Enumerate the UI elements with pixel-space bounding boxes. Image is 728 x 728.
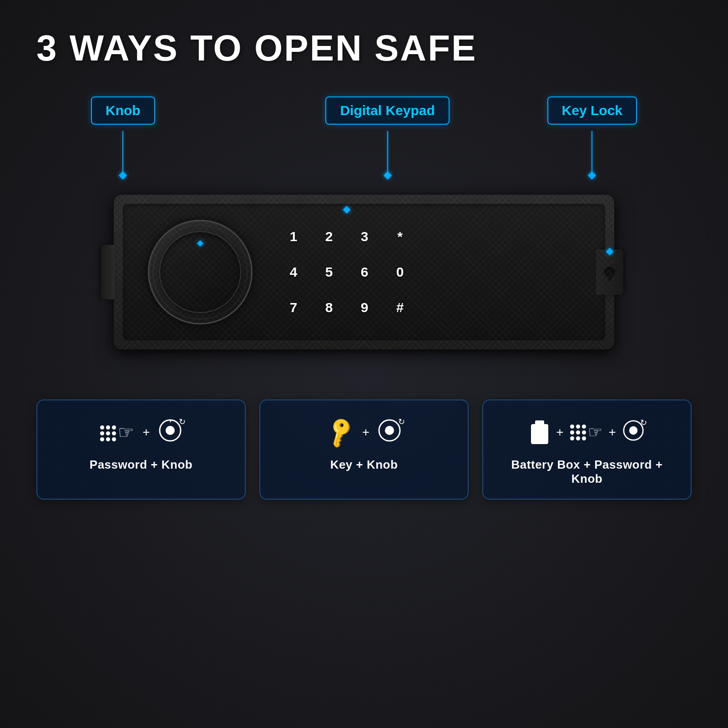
key-icon: 🔑 xyxy=(322,415,359,450)
method-icons-password-knob: ☞ + ↻ xyxy=(100,414,182,450)
knob-icon-1: ↻ xyxy=(158,419,182,446)
plus-2: + xyxy=(362,425,369,440)
svg-point-1 xyxy=(166,426,175,435)
method-card-key-knob: 🔑 + ↻ Key + Knob xyxy=(259,399,469,500)
knob-area xyxy=(146,217,255,327)
keyhole xyxy=(605,267,615,277)
bottom-section: ☞ + ↻ Password + Knob xyxy=(36,399,692,500)
dots-grid-icon xyxy=(100,425,116,441)
keypad-diamond xyxy=(343,206,351,214)
keypad-area: 1 2 3 * 4 5 6 0 7 8 9 # xyxy=(278,221,416,324)
method-icons-battery: + xyxy=(530,414,644,450)
safe-body: 1 2 3 * 4 5 6 0 7 8 9 # xyxy=(114,195,614,349)
key-4: 4 xyxy=(278,256,309,288)
method-label-battery: Battery Box + Password + Knob xyxy=(494,458,680,486)
plus-4: + xyxy=(609,425,616,440)
method-label-key-knob: Key + Knob xyxy=(330,458,398,472)
dots-grid-icon-2 xyxy=(570,425,586,440)
knob-connector-line xyxy=(122,131,123,172)
keylock-connector-line xyxy=(592,131,592,172)
password-icon-group-2: ☞ xyxy=(570,424,602,440)
page-container: 3 WAYS TO OPEN SAFE Knob Digital Keypad … xyxy=(0,0,728,728)
digital-keypad-label: Digital Keypad xyxy=(325,96,449,125)
key-lock-label: Key Lock xyxy=(547,96,637,125)
knob-diamond xyxy=(197,240,203,247)
svg-point-5 xyxy=(629,426,637,434)
hand-icon: ☞ xyxy=(118,423,134,441)
key-5: 5 xyxy=(313,256,345,288)
plus-3: + xyxy=(556,425,563,440)
keypad-connector-line xyxy=(387,131,388,172)
key-2: 2 xyxy=(313,221,345,253)
method-card-password-knob: ☞ + ↻ Password + Knob xyxy=(36,399,246,500)
safe-inner: 1 2 3 * 4 5 6 0 7 8 9 # xyxy=(123,204,605,340)
knob-label: Knob xyxy=(91,96,155,125)
key-hash: # xyxy=(384,292,416,324)
key-0: 0 xyxy=(384,256,416,288)
method-label-password-knob: Password + Knob xyxy=(90,458,192,472)
key-3: 3 xyxy=(349,221,380,253)
key-7: 7 xyxy=(278,292,309,324)
safe-right-tab xyxy=(596,249,623,295)
key-8: 8 xyxy=(313,292,345,324)
battery-icon xyxy=(530,420,550,444)
key-1: 1 xyxy=(278,221,309,253)
safe-left-tab xyxy=(101,245,115,299)
safe-area: 1 2 3 * 4 5 6 0 7 8 9 # xyxy=(91,177,637,368)
key-star: * xyxy=(384,221,416,253)
password-icon-group: ☞ xyxy=(100,423,134,441)
knob-icon-2: ↻ xyxy=(378,419,401,446)
key-9: 9 xyxy=(349,292,380,324)
hand-icon-2: ☞ xyxy=(588,424,602,440)
plus-1: + xyxy=(142,425,150,440)
key-6: 6 xyxy=(349,256,380,288)
keylock-point-diamond xyxy=(606,248,614,256)
knob-outer xyxy=(148,220,253,324)
method-card-battery-password-knob: + xyxy=(482,399,692,500)
svg-point-3 xyxy=(385,426,394,435)
knob-inner xyxy=(159,231,241,313)
method-icons-key-knob: 🔑 + ↻ xyxy=(327,414,401,450)
labels-row: Knob Digital Keypad Key Lock xyxy=(91,96,637,172)
knob-icon-3: ↻ xyxy=(622,420,644,445)
main-title: 3 WAYS TO OPEN SAFE xyxy=(36,27,692,69)
